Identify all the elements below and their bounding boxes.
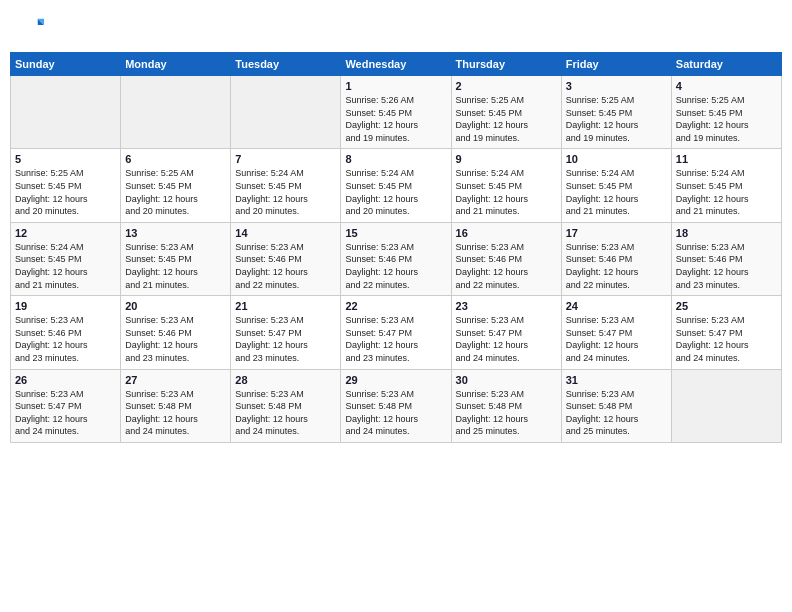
logo [16,14,48,42]
day-number: 30 [456,374,557,386]
calendar-week-row: 5Sunrise: 5:25 AMSunset: 5:45 PMDaylight… [11,149,782,222]
calendar-cell [671,369,781,442]
weekday-header: Sunday [11,53,121,76]
weekday-header: Wednesday [341,53,451,76]
day-number: 22 [345,300,446,312]
calendar-cell: 27Sunrise: 5:23 AMSunset: 5:48 PMDayligh… [121,369,231,442]
calendar-cell: 14Sunrise: 5:23 AMSunset: 5:46 PMDayligh… [231,222,341,295]
calendar-cell: 28Sunrise: 5:23 AMSunset: 5:48 PMDayligh… [231,369,341,442]
calendar-cell [231,76,341,149]
day-number: 5 [15,153,116,165]
day-number: 24 [566,300,667,312]
calendar-week-row: 1Sunrise: 5:26 AMSunset: 5:45 PMDaylight… [11,76,782,149]
day-info: Sunrise: 5:25 AMSunset: 5:45 PMDaylight:… [676,94,777,144]
day-info: Sunrise: 5:23 AMSunset: 5:48 PMDaylight:… [566,388,667,438]
day-number: 8 [345,153,446,165]
day-number: 19 [15,300,116,312]
calendar-cell: 26Sunrise: 5:23 AMSunset: 5:47 PMDayligh… [11,369,121,442]
calendar-cell: 5Sunrise: 5:25 AMSunset: 5:45 PMDaylight… [11,149,121,222]
day-number: 27 [125,374,226,386]
calendar-cell: 7Sunrise: 5:24 AMSunset: 5:45 PMDaylight… [231,149,341,222]
calendar-cell: 15Sunrise: 5:23 AMSunset: 5:46 PMDayligh… [341,222,451,295]
day-info: Sunrise: 5:23 AMSunset: 5:47 PMDaylight:… [235,314,336,364]
day-number: 7 [235,153,336,165]
calendar-cell [11,76,121,149]
calendar-cell: 10Sunrise: 5:24 AMSunset: 5:45 PMDayligh… [561,149,671,222]
day-number: 3 [566,80,667,92]
day-number: 28 [235,374,336,386]
day-info: Sunrise: 5:23 AMSunset: 5:47 PMDaylight:… [676,314,777,364]
day-info: Sunrise: 5:23 AMSunset: 5:46 PMDaylight:… [456,241,557,291]
calendar-cell: 2Sunrise: 5:25 AMSunset: 5:45 PMDaylight… [451,76,561,149]
day-number: 11 [676,153,777,165]
day-info: Sunrise: 5:25 AMSunset: 5:45 PMDaylight:… [15,167,116,217]
calendar-cell: 19Sunrise: 5:23 AMSunset: 5:46 PMDayligh… [11,296,121,369]
weekday-row: SundayMondayTuesdayWednesdayThursdayFrid… [11,53,782,76]
calendar-cell: 12Sunrise: 5:24 AMSunset: 5:45 PMDayligh… [11,222,121,295]
day-info: Sunrise: 5:23 AMSunset: 5:45 PMDaylight:… [125,241,226,291]
day-number: 6 [125,153,226,165]
day-number: 2 [456,80,557,92]
day-number: 15 [345,227,446,239]
day-info: Sunrise: 5:23 AMSunset: 5:46 PMDaylight:… [566,241,667,291]
day-info: Sunrise: 5:23 AMSunset: 5:46 PMDaylight:… [345,241,446,291]
day-number: 29 [345,374,446,386]
logo-icon [16,14,44,42]
day-number: 23 [456,300,557,312]
calendar-cell: 1Sunrise: 5:26 AMSunset: 5:45 PMDaylight… [341,76,451,149]
calendar-cell: 4Sunrise: 5:25 AMSunset: 5:45 PMDaylight… [671,76,781,149]
day-number: 20 [125,300,226,312]
day-number: 13 [125,227,226,239]
day-info: Sunrise: 5:26 AMSunset: 5:45 PMDaylight:… [345,94,446,144]
day-number: 18 [676,227,777,239]
day-info: Sunrise: 5:23 AMSunset: 5:48 PMDaylight:… [125,388,226,438]
day-info: Sunrise: 5:23 AMSunset: 5:48 PMDaylight:… [456,388,557,438]
day-number: 21 [235,300,336,312]
day-info: Sunrise: 5:24 AMSunset: 5:45 PMDaylight:… [456,167,557,217]
calendar-cell: 18Sunrise: 5:23 AMSunset: 5:46 PMDayligh… [671,222,781,295]
calendar-week-row: 19Sunrise: 5:23 AMSunset: 5:46 PMDayligh… [11,296,782,369]
day-number: 12 [15,227,116,239]
weekday-header: Thursday [451,53,561,76]
calendar-cell: 20Sunrise: 5:23 AMSunset: 5:46 PMDayligh… [121,296,231,369]
day-number: 17 [566,227,667,239]
day-info: Sunrise: 5:24 AMSunset: 5:45 PMDaylight:… [235,167,336,217]
calendar-header: SundayMondayTuesdayWednesdayThursdayFrid… [11,53,782,76]
day-number: 25 [676,300,777,312]
calendar-cell: 21Sunrise: 5:23 AMSunset: 5:47 PMDayligh… [231,296,341,369]
header [10,10,782,46]
day-info: Sunrise: 5:23 AMSunset: 5:47 PMDaylight:… [345,314,446,364]
weekday-header: Friday [561,53,671,76]
calendar-cell: 24Sunrise: 5:23 AMSunset: 5:47 PMDayligh… [561,296,671,369]
day-info: Sunrise: 5:23 AMSunset: 5:48 PMDaylight:… [345,388,446,438]
day-info: Sunrise: 5:23 AMSunset: 5:46 PMDaylight:… [15,314,116,364]
page: SundayMondayTuesdayWednesdayThursdayFrid… [0,0,792,612]
day-number: 14 [235,227,336,239]
calendar-cell: 31Sunrise: 5:23 AMSunset: 5:48 PMDayligh… [561,369,671,442]
day-info: Sunrise: 5:23 AMSunset: 5:47 PMDaylight:… [566,314,667,364]
calendar-cell: 16Sunrise: 5:23 AMSunset: 5:46 PMDayligh… [451,222,561,295]
day-info: Sunrise: 5:25 AMSunset: 5:45 PMDaylight:… [456,94,557,144]
calendar-body: 1Sunrise: 5:26 AMSunset: 5:45 PMDaylight… [11,76,782,443]
weekday-header: Tuesday [231,53,341,76]
calendar-cell: 25Sunrise: 5:23 AMSunset: 5:47 PMDayligh… [671,296,781,369]
calendar-cell: 9Sunrise: 5:24 AMSunset: 5:45 PMDaylight… [451,149,561,222]
calendar-cell: 17Sunrise: 5:23 AMSunset: 5:46 PMDayligh… [561,222,671,295]
day-number: 26 [15,374,116,386]
day-info: Sunrise: 5:23 AMSunset: 5:46 PMDaylight:… [125,314,226,364]
calendar-cell: 30Sunrise: 5:23 AMSunset: 5:48 PMDayligh… [451,369,561,442]
calendar-cell: 23Sunrise: 5:23 AMSunset: 5:47 PMDayligh… [451,296,561,369]
day-number: 1 [345,80,446,92]
day-number: 9 [456,153,557,165]
day-info: Sunrise: 5:23 AMSunset: 5:47 PMDaylight:… [15,388,116,438]
calendar-week-row: 12Sunrise: 5:24 AMSunset: 5:45 PMDayligh… [11,222,782,295]
day-info: Sunrise: 5:24 AMSunset: 5:45 PMDaylight:… [15,241,116,291]
day-number: 16 [456,227,557,239]
day-number: 4 [676,80,777,92]
calendar-cell [121,76,231,149]
day-info: Sunrise: 5:23 AMSunset: 5:46 PMDaylight:… [235,241,336,291]
day-info: Sunrise: 5:23 AMSunset: 5:46 PMDaylight:… [676,241,777,291]
day-info: Sunrise: 5:24 AMSunset: 5:45 PMDaylight:… [566,167,667,217]
day-info: Sunrise: 5:23 AMSunset: 5:48 PMDaylight:… [235,388,336,438]
day-number: 31 [566,374,667,386]
